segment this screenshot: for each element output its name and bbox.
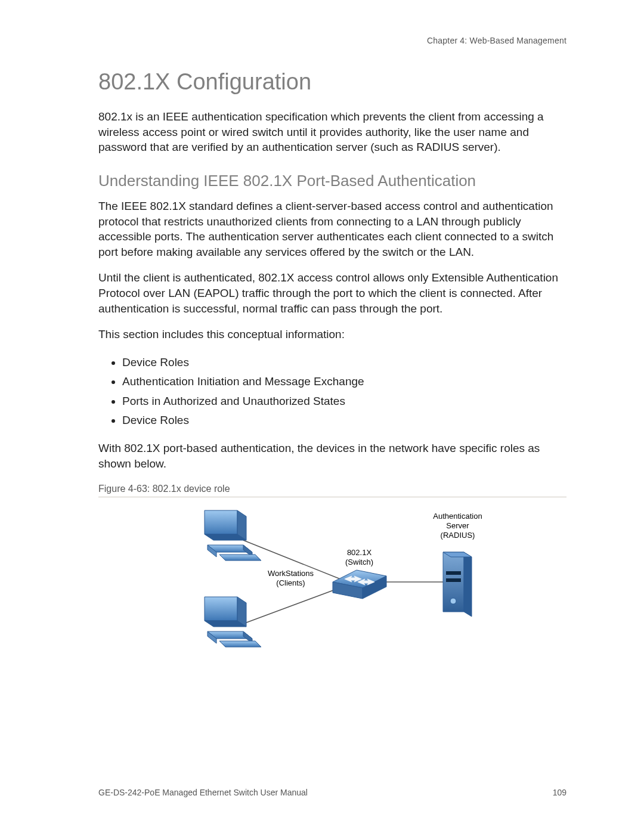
workstations-label: WorkStations(Clients) — [258, 569, 324, 589]
list-item: Authentication Initiation and Message Ex… — [122, 372, 566, 391]
body-paragraph: With 802.1X port-based authentication, t… — [98, 441, 566, 471]
workstation-icon — [205, 597, 261, 647]
svg-point-25 — [450, 598, 456, 604]
svg-marker-16 — [219, 641, 261, 647]
svg-rect-23 — [446, 571, 461, 575]
page-number: 109 — [553, 788, 566, 797]
svg-line-1 — [243, 585, 348, 624]
body-paragraph: The IEEE 802.1X standard defines a clien… — [98, 199, 566, 260]
intro-paragraph: 802.1x is an IEEE authentication specifi… — [98, 109, 566, 155]
figure-diagram: WorkStations(Clients) 802.1X(Switch) Aut… — [181, 504, 485, 659]
list-item: Device Roles — [122, 411, 566, 430]
server-icon — [443, 552, 472, 617]
body-paragraph: Until the client is authenticated, 802.1… — [98, 270, 566, 316]
svg-marker-21 — [464, 552, 472, 617]
svg-rect-24 — [446, 578, 461, 582]
server-label: AuthenticationServer(RADIUS) — [419, 512, 497, 541]
body-paragraph: This section includes this conceptual in… — [98, 327, 566, 342]
list-item: Device Roles — [122, 353, 566, 372]
page-title: 802.1X Configuration — [98, 69, 566, 95]
concept-list: Device Roles Authentication Initiation a… — [98, 353, 566, 430]
svg-marker-10 — [205, 597, 237, 621]
section-subtitle: Understanding IEEE 802.1X Port-Based Aut… — [98, 172, 566, 190]
svg-marker-9 — [219, 555, 261, 561]
manual-name: GE-DS-242-PoE Managed Ethernet Switch Us… — [98, 788, 308, 797]
page-footer: GE-DS-242-PoE Managed Ethernet Switch Us… — [98, 788, 566, 797]
figure-caption: Figure 4-63: 802.1x device role — [98, 484, 566, 497]
list-item: Ports in Authorized and Unauthorized Sta… — [122, 392, 566, 411]
workstation-icon — [205, 510, 261, 561]
svg-marker-3 — [205, 510, 237, 534]
switch-icon — [333, 570, 386, 599]
switch-label: 802.1X(Switch) — [333, 548, 386, 568]
chapter-header: Chapter 4: Web-Based Management — [98, 36, 566, 45]
document-page: Chapter 4: Web-Based Management 802.1X C… — [0, 0, 644, 833]
